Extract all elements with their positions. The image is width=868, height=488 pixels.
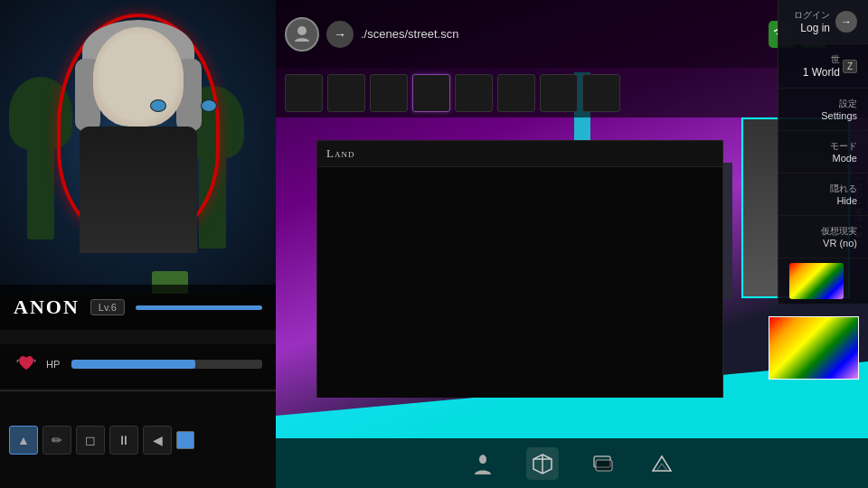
inv-slot-4[interactable]: [412, 74, 450, 112]
mode-label: Mode: [830, 153, 857, 164]
bottom-bar: [276, 438, 868, 488]
inv-slot-2[interactable]: [327, 74, 365, 112]
scene-path: ./scenes/street.scn: [361, 27, 761, 41]
hp-row: HP: [14, 352, 262, 377]
toolbar: ▲ ✏ ◻ ⏸ ◀: [0, 390, 276, 488]
pause-tool[interactable]: ⏸: [109, 426, 138, 455]
vr-label: VR (no): [821, 238, 857, 249]
level-badge: Lv.6: [90, 299, 125, 315]
inv-slot-5[interactable]: [455, 74, 493, 112]
mode-jp: モード: [830, 140, 857, 153]
inv-slot-7[interactable]: [540, 74, 578, 112]
inv-slot-6[interactable]: [497, 74, 535, 112]
char-name: Anon: [14, 296, 80, 319]
eraser-tool[interactable]: ◻: [76, 426, 105, 455]
hp-icon: [14, 352, 39, 377]
settings-jp: 設定: [821, 98, 857, 110]
hide-menu-item[interactable]: 隠れる Hide: [778, 174, 868, 216]
navigate-forward-button[interactable]: →: [326, 21, 354, 48]
landscape-bottom-icon[interactable]: [646, 447, 678, 480]
svg-rect-13: [596, 460, 612, 471]
land-panel-content: [317, 167, 722, 398]
char-head: [93, 27, 184, 127]
land-panel: Land: [316, 140, 723, 398]
char-eye-right: [201, 99, 217, 112]
login-arrow-icon: →: [835, 11, 857, 33]
svg-point-0: [297, 26, 307, 35]
vr-menu-item[interactable]: 仮想現実 VR (no): [778, 216, 868, 258]
layers-bottom-icon[interactable]: [586, 447, 618, 480]
left-panel: Anon Lv.6 HP ▲ ✏ ◻: [0, 0, 276, 488]
settings-label: Settings: [821, 110, 857, 121]
pencil-tool[interactable]: ✏: [42, 426, 71, 455]
settings-menu-item[interactable]: 設定 Settings: [778, 89, 868, 131]
mode-menu-item[interactable]: モード Mode: [778, 131, 868, 174]
world-menu-item[interactable]: 世 1 World Z: [778, 44, 868, 89]
back-tool[interactable]: ◀: [143, 426, 172, 455]
login-button[interactable]: ログイン Log in →: [778, 0, 868, 44]
world-badge: Z: [843, 60, 857, 73]
world-count-label: 1 World: [803, 66, 840, 79]
hp-bar-fill: [71, 360, 195, 369]
cursor-tool[interactable]: ▲: [9, 426, 38, 455]
inv-slot-3[interactable]: [370, 74, 408, 112]
char-torso: [80, 127, 197, 253]
level-bar: [136, 305, 262, 310]
hp-bar-bg: [71, 360, 262, 369]
avatar-bottom-icon[interactable]: [467, 447, 499, 480]
color-swatch[interactable]: [176, 431, 194, 449]
character-sprite: [48, 9, 229, 262]
char-portrait: [0, 0, 276, 294]
login-jp: ログイン: [794, 9, 830, 22]
hide-label: Hide: [830, 195, 857, 206]
hide-jp: 隠れる: [830, 183, 857, 195]
land-panel-title: Land: [317, 141, 722, 167]
level-bar-fill: [136, 305, 262, 310]
hp-label: HP: [46, 359, 64, 370]
package-bottom-icon[interactable]: [526, 447, 559, 480]
rainbow-thumbnail: [789, 263, 844, 299]
vr-jp: 仮想現実: [821, 225, 857, 238]
char-eye-left: [150, 99, 166, 112]
login-label: Log in: [794, 22, 830, 34]
inv-slot-8[interactable]: [582, 74, 620, 112]
char-name-bar: Anon Lv.6: [0, 285, 276, 330]
top-bar-avatar: [285, 17, 319, 52]
inv-slot-1[interactable]: [285, 74, 323, 112]
world-jp: 世: [803, 53, 840, 66]
right-menu: ログイン Log in → 世 1 World Z 設定 Settings モー…: [778, 0, 868, 304]
rainbow-panel: [769, 316, 859, 380]
stats-bar: HP: [0, 344, 276, 389]
